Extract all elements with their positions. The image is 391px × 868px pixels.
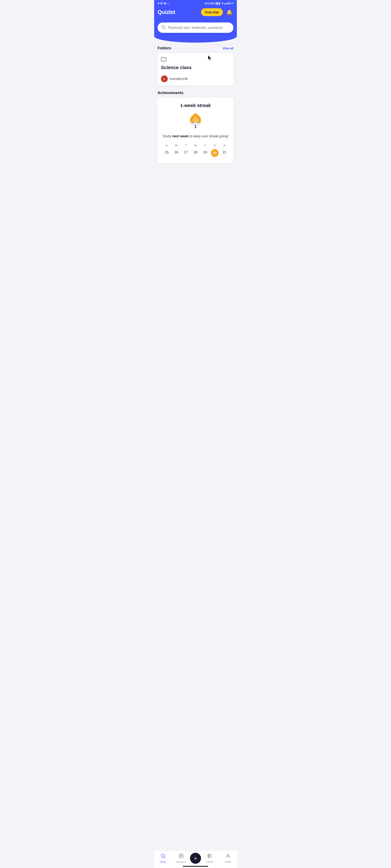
page-bottom-padding xyxy=(157,168,234,189)
search-icon xyxy=(161,25,166,30)
cal-header-w: W xyxy=(191,144,200,147)
flame-day-icon: 20 xyxy=(211,149,219,157)
calendar-days-row: 15 16 17 18 19 20 21 xyxy=(162,149,229,157)
calendar-grid: S M T W T F S 15 16 17 18 19 xyxy=(162,144,229,157)
notification-bell-button[interactable]: 🔔 xyxy=(225,8,234,16)
cal-header-f: F xyxy=(210,144,219,147)
status-left: 9:15 ▶ • xyxy=(157,2,169,5)
play-icon: ▶ xyxy=(164,2,167,5)
search-input[interactable] xyxy=(168,26,230,30)
signal-icon: ▌▌▌ xyxy=(216,2,221,5)
folders-section-header: Folders View all xyxy=(157,46,234,51)
cal-header-s1: S xyxy=(162,144,171,147)
free-trial-button[interactable]: Free trial xyxy=(201,8,223,16)
data-speed: 18.5 KB/s xyxy=(204,2,215,5)
cal-day-20-container: 20 xyxy=(210,149,219,157)
search-container xyxy=(154,23,237,36)
battery-indicator: ▬ 96% xyxy=(224,2,234,5)
streak-text: Study next week to keep your streak goin… xyxy=(162,134,229,139)
svg-point-5 xyxy=(198,122,199,123)
achievements-section: Achievements 1-week streak xyxy=(157,91,234,163)
calendar-header-row: S M T W T F S xyxy=(162,144,229,147)
achievements-title: Achievements xyxy=(157,91,183,95)
cal-header-t2: T xyxy=(200,144,210,147)
user-avatar: L xyxy=(161,75,168,82)
streak-text-prefix: Study xyxy=(162,134,172,138)
status-right: 18.5 KB/s ▌▌▌ ⬘ ▬ 96% xyxy=(204,2,234,5)
folder-user: L lorendeli1238 xyxy=(161,75,230,82)
green-dot xyxy=(232,3,234,4)
header-actions: Free trial 🔔 xyxy=(201,8,234,16)
flame-calendar-inner: 1 xyxy=(187,113,204,129)
wave-separator xyxy=(154,36,237,42)
cal-day-15: 15 xyxy=(162,149,171,157)
wifi-icon: ⬘ xyxy=(221,2,223,5)
folders-title: Folders xyxy=(157,46,171,51)
app-logo: Quizlet xyxy=(157,9,175,16)
svg-line-1 xyxy=(164,28,165,29)
cal-day-21: 21 xyxy=(220,149,229,157)
battery-percent: 96% xyxy=(227,2,232,5)
cal-day-18: 18 xyxy=(191,149,200,157)
status-time: 9:15 xyxy=(157,2,163,5)
streak-title: 1-week streak xyxy=(162,103,229,108)
folder-icon-wrap xyxy=(161,57,230,63)
folders-view-all[interactable]: View all xyxy=(223,46,234,50)
svg-text:1: 1 xyxy=(194,125,197,129)
folder-icon xyxy=(161,57,167,63)
streak-text-suffix: to keep your streak going! xyxy=(188,134,229,138)
status-bar: 9:15 ▶ • 18.5 KB/s ▌▌▌ ⬘ ▬ 96% xyxy=(154,0,237,6)
streak-text-bold: next week xyxy=(172,134,188,138)
cursor-overlay xyxy=(207,55,213,63)
folder-card[interactable]: Science class L lorendeli1238 xyxy=(157,53,234,86)
folder-name: Science class xyxy=(161,65,230,70)
cal-day-19: 19 xyxy=(200,149,210,157)
dot-icon: • xyxy=(168,2,169,5)
achievements-section-header: Achievements xyxy=(157,91,234,95)
cal-header-m: M xyxy=(171,144,181,147)
cal-header-s2: S xyxy=(220,144,229,147)
svg-text:20: 20 xyxy=(213,151,217,155)
flame-calendar: 1 xyxy=(162,113,229,129)
main-content: Folders View all Science class L xyxy=(154,46,237,189)
username: lorendeli1238 xyxy=(170,77,188,81)
battery-icon: ▬ xyxy=(224,2,227,5)
svg-point-4 xyxy=(192,122,193,123)
cal-day-20: 20 xyxy=(211,149,219,157)
search-bar[interactable] xyxy=(157,23,234,33)
cal-day-17: 17 xyxy=(181,149,191,157)
cal-header-t1: T xyxy=(181,144,191,147)
flame-svg: 1 xyxy=(187,113,204,132)
cal-day-16: 16 xyxy=(171,149,181,157)
header: Quizlet Free trial 🔔 xyxy=(154,6,237,23)
achievement-card: 1-week streak xyxy=(157,98,234,163)
